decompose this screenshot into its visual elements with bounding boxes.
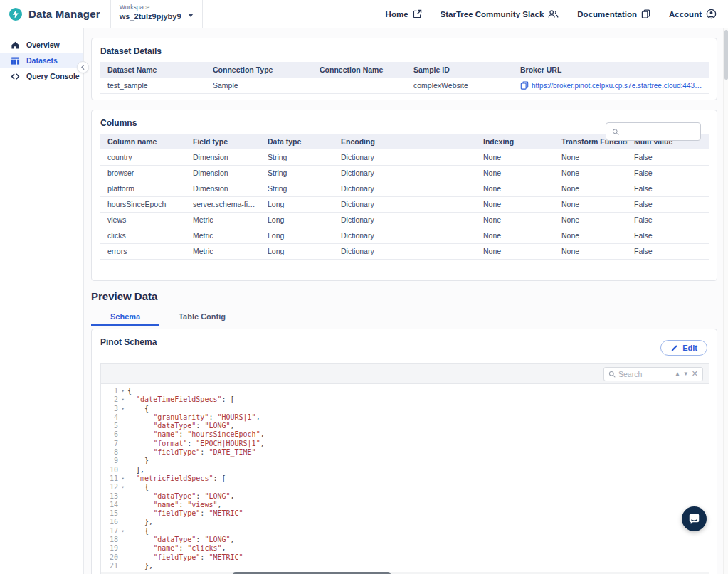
table-row: viewsMetricLongDictionaryNoneNoneFalse (100, 212, 709, 228)
fold-caret-icon[interactable]: ▾ (118, 395, 127, 404)
code-text: }, (127, 562, 153, 570)
nav-label: StarTree Community Slack (441, 10, 544, 18)
code-text: { (127, 387, 132, 395)
line-number: 15 (101, 509, 118, 518)
search-next-icon[interactable]: ▼ (683, 371, 689, 377)
code-line: 20 "fieldType": "METRIC" (101, 553, 709, 562)
fold-caret-icon[interactable]: ▾ (118, 474, 127, 483)
code-line: 2▾ "dateTimeFieldSpecs": [ (101, 395, 709, 404)
code-line: 4 "granularity": "HOURS|1", (101, 413, 709, 422)
sidebar-item-datasets[interactable]: Datasets (0, 53, 83, 68)
copy-icon[interactable] (520, 81, 529, 90)
tab-schema[interactable]: Schema (91, 307, 159, 326)
search-icon (612, 128, 619, 136)
fold-caret-icon[interactable]: ▾ (118, 405, 127, 413)
home-icon (11, 41, 20, 50)
line-number: 21 (101, 562, 118, 570)
pencil-icon (670, 344, 678, 352)
scrollbar-thumb[interactable] (724, 30, 728, 80)
table-cell: Dictionary (335, 149, 478, 165)
sidebar-item-label: Overview (26, 41, 60, 49)
code-line: 17▾ { (101, 527, 709, 536)
columns-table: Column nameField typeData typeEncodingIn… (100, 134, 709, 260)
table-cell: None (478, 181, 556, 196)
table-cell: None (556, 228, 628, 243)
column-header: Broker URL (515, 62, 709, 78)
fold-caret-icon[interactable]: ▾ (118, 527, 127, 536)
nav-home[interactable]: Home (386, 9, 422, 18)
code-text: { (127, 483, 149, 491)
app-header: Data Manager Workspace ws_2tulz9pjyby9 H… (0, 0, 728, 28)
table-cell: None (478, 149, 556, 165)
code-text: } (127, 457, 149, 465)
table-cell: country (100, 149, 187, 165)
columns-search-input[interactable] (623, 127, 695, 136)
table-cell: False (628, 149, 709, 165)
table-row: countryDimensionStringDictionaryNoneNone… (100, 149, 709, 165)
table-cell: None (478, 228, 556, 243)
columns-search-box[interactable] (606, 122, 701, 141)
sidebar-collapse-button[interactable] (77, 61, 89, 73)
datasets-icon (11, 56, 20, 65)
editor-search-box[interactable]: ▲ ▼ ✕ (603, 367, 703, 381)
line-number: 9 (101, 457, 118, 465)
code-line: 7 "format": "EPOCH|HOURS|1", (101, 440, 709, 448)
docs-icon (641, 9, 650, 18)
broker-url-link[interactable]: https://broker.pinot.celpxu.cp.s7e.start… (532, 81, 709, 90)
search-icon (608, 371, 616, 378)
nav-documentation[interactable]: Documentation (577, 9, 650, 18)
code-line: 9 } (101, 457, 709, 465)
edit-button-label: Edit (682, 344, 697, 352)
header-nav: HomeStarTree Community SlackDocumentatio… (386, 9, 728, 19)
nav-account[interactable]: Account (669, 9, 717, 19)
search-prev-icon[interactable]: ▲ (675, 371, 680, 377)
table-cell: False (628, 165, 709, 181)
workspace-selector[interactable]: Workspace ws_2tulz9pjyby9 (110, 0, 203, 28)
column-header: Field type (187, 134, 262, 149)
fold-caret-empty (118, 492, 127, 501)
chevron-down-icon (188, 14, 194, 17)
code-line: 8 "fieldType": "DATE_TIME" (101, 448, 709, 457)
fold-caret-icon[interactable]: ▾ (118, 387, 127, 395)
table-cell: Dimension (187, 149, 262, 165)
table-cell: None (556, 212, 628, 228)
code-line: 19 "name": "clicks", (101, 544, 709, 553)
table-cell: None (478, 243, 556, 259)
page-scrollbar[interactable] (723, 28, 728, 574)
editor-search-input[interactable] (618, 370, 672, 378)
chevron-left-icon (80, 64, 86, 70)
code-line: 10 ], (101, 466, 709, 474)
fold-caret-empty (118, 544, 127, 553)
table-cell: String (262, 165, 335, 181)
table-cell: False (628, 228, 709, 243)
code-line: 15 "fieldType": "METRIC" (101, 509, 709, 518)
table-cell: platform (100, 181, 187, 196)
code-line: 11▾ "metricFieldSpecs": [ (101, 474, 709, 483)
code-text: { (127, 405, 149, 413)
line-number: 8 (101, 448, 118, 457)
table-cell: False (628, 196, 709, 212)
table-cell: None (556, 196, 628, 212)
nav-label: Home (386, 10, 408, 18)
sidebar-item-overview[interactable]: Overview (0, 37, 83, 53)
column-header: Column name (100, 134, 187, 149)
table-cell: hoursSinceEpoch (100, 196, 187, 212)
workspace-value: ws_2tulz9pjyby9 (120, 12, 194, 21)
code-line: 16 }, (101, 518, 709, 526)
table-cell: False (628, 212, 709, 228)
preview-data-title: Preview Data (91, 290, 157, 302)
table-cell: Sample (207, 78, 314, 93)
sidebar-item-query-console[interactable]: Query Console (0, 68, 83, 84)
edit-button[interactable]: Edit (660, 340, 707, 356)
chat-launcher-button[interactable] (682, 506, 707, 531)
table-cell: None (556, 243, 628, 259)
tab-table-config[interactable]: Table Config (159, 307, 245, 326)
code-line: 1▾{ (101, 387, 709, 395)
table-cell: Dictionary (335, 165, 478, 181)
table-cell: Long (262, 196, 335, 212)
schema-code-editor[interactable]: ▲ ▼ ✕ 1▾{2▾ "dateTimeFieldSpecs": [3▾ {4… (100, 363, 709, 574)
search-close-icon[interactable]: ✕ (692, 370, 698, 378)
fold-caret-icon[interactable]: ▾ (118, 483, 127, 491)
nav-startree-community-slack[interactable]: StarTree Community Slack (441, 9, 559, 18)
table-cell: Dimension (187, 181, 262, 196)
